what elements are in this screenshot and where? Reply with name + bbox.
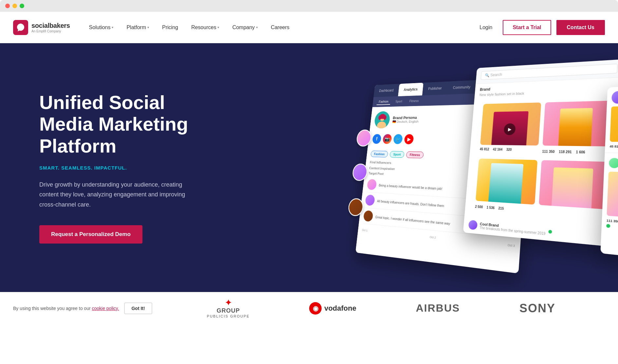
- logo-icon: [13, 20, 28, 35]
- content-thumb-4: [538, 160, 608, 221]
- window-chrome: [0, 0, 618, 12]
- trial-button[interactable]: Start a Trial: [503, 20, 551, 35]
- logo-text: socialbakers An Emplifi Company: [31, 22, 70, 33]
- status-indicator: [548, 230, 552, 234]
- cookie-policy-link[interactable]: cookie policy.: [92, 306, 119, 311]
- bottom-bar: By using this website you agree to our c…: [0, 292, 618, 324]
- navbar: socialbakers An Emplifi Company Solution…: [0, 12, 618, 43]
- tag-sport[interactable]: Sport: [390, 151, 404, 158]
- subtab-fashion[interactable]: Fashion: [377, 99, 391, 105]
- nav-solutions[interactable]: Solutions ▾: [83, 22, 120, 33]
- content-thumb-2: 111 350 118 291 1 606: [542, 101, 610, 157]
- maximize-button[interactable]: [20, 4, 24, 8]
- nav-links: Solutions ▾ Platform ▾ Pricing Resources…: [83, 22, 475, 33]
- brand-header-small: Your Brand Women from Summer Fashion: [611, 89, 618, 104]
- demo-button[interactable]: Request a Personalized Demo: [39, 225, 142, 244]
- cookie-bar: By using this website you agree to our c…: [0, 292, 618, 324]
- minimize-button[interactable]: [12, 4, 17, 8]
- tab-dashboard[interactable]: Dashboard: [374, 84, 400, 97]
- hero-title: Unified Social Media Marketing Platform: [39, 92, 197, 157]
- search-input[interactable]: 🔍 Search: [481, 64, 618, 80]
- tab-community[interactable]: Community: [447, 80, 477, 95]
- traffic-lights: [5, 4, 24, 8]
- sony-logo: SONY: [519, 301, 555, 315]
- vodafone-icon: ◉: [309, 302, 322, 315]
- chevron-down-icon: ▾: [112, 26, 113, 29]
- close-button[interactable]: [5, 4, 10, 8]
- subtab-sport[interactable]: Sport: [393, 98, 404, 104]
- publicis-logo: ✦ GROUP PUBLICIS GROUPE: [207, 298, 250, 318]
- persona-avatar: [374, 111, 390, 129]
- chevron-down-icon: ▾: [147, 26, 149, 29]
- airbus-logo: AIRBUS: [416, 302, 460, 314]
- nav-right: Login Start a Trial Contact Us: [474, 20, 605, 35]
- chevron-down-icon: ▾: [217, 26, 219, 29]
- instagram-icon: 📷: [383, 134, 392, 144]
- brands-preview: ✦ GROUP PUBLICIS GROUPE ◉ vodafone AIRBU…: [158, 298, 605, 318]
- hero-content: Unified Social Media Marketing Platform …: [0, 65, 223, 270]
- platform-mockup: Dashboard Analytics Publisher Community …: [317, 56, 618, 285]
- hero-tagline: SMART. SEAMLESS. IMPACTFUL.: [39, 165, 197, 171]
- tab-analytics[interactable]: Analytics: [398, 83, 423, 97]
- hero-section: Unified Social Media Marketing Platform …: [0, 43, 618, 292]
- tag-fitness[interactable]: Fitness: [406, 151, 424, 158]
- nav-platform[interactable]: Platform ▾: [121, 22, 155, 33]
- tag-fashion[interactable]: Fashion: [370, 151, 388, 157]
- cookie-text: By using this website you agree to our c…: [13, 306, 119, 311]
- got-it-button[interactable]: Got It!: [124, 302, 152, 314]
- twitter-icon: 🐦: [393, 134, 403, 144]
- youtube-icon: ▶: [404, 134, 414, 144]
- nav-careers[interactable]: Careers: [265, 22, 295, 33]
- vodafone-logo: ◉ vodafone: [309, 302, 356, 315]
- hero-description: Drive growth by understanding your audie…: [39, 180, 197, 210]
- nav-pricing[interactable]: Pricing: [156, 22, 184, 33]
- influencer-avatar: [365, 194, 375, 206]
- tab-publisher[interactable]: Publisher: [422, 82, 448, 96]
- chevron-down-icon: ▾: [256, 26, 258, 29]
- facebook-icon: f: [372, 134, 382, 144]
- contact-button[interactable]: Contact Us: [556, 20, 605, 35]
- nav-resources[interactable]: Resources ▾: [185, 22, 225, 33]
- subtab-fitness[interactable]: Fitness: [407, 98, 421, 104]
- login-button[interactable]: Login: [474, 22, 497, 33]
- influencer-avatar: [363, 210, 373, 222]
- post-image-1: [610, 105, 618, 142]
- logo[interactable]: socialbakers An Emplifi Company: [13, 20, 70, 35]
- influencer-avatar: [367, 179, 377, 190]
- nav-company[interactable]: Company ▾: [226, 22, 263, 33]
